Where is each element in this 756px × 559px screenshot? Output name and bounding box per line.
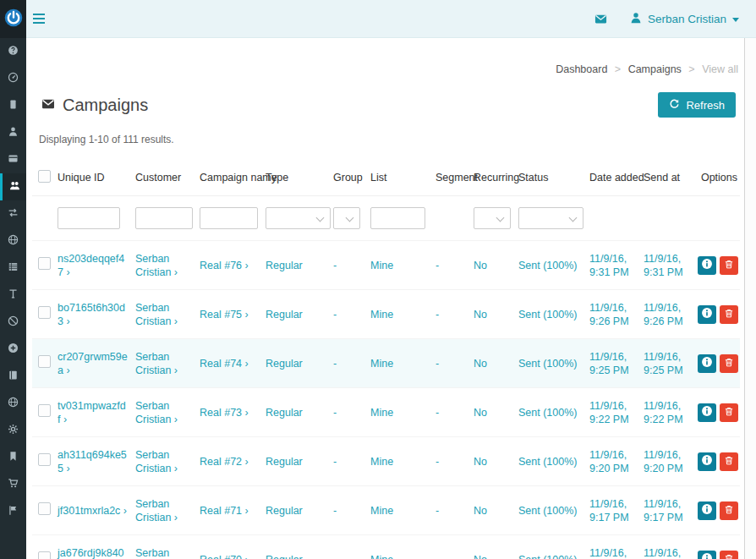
sidebar-item-bookmarks[interactable] [0, 444, 26, 471]
customers-icon [8, 125, 19, 140]
scrollbar[interactable] [744, 38, 756, 559]
list-value: Mine [370, 407, 393, 419]
sidebar-item-domains[interactable] [0, 227, 26, 255]
list-value: Mine [370, 554, 393, 559]
campaign-name-link[interactable]: Real #71 › [200, 505, 249, 517]
unique-id-link[interactable]: bo7165t6h30d3 › [58, 302, 125, 327]
delete-campaign-button[interactable] [720, 354, 738, 373]
menu-icon[interactable] [33, 8, 55, 30]
col-campaign-name: Campaign name [200, 172, 266, 184]
delete-campaign-button[interactable] [720, 452, 738, 471]
trash-icon [724, 504, 734, 518]
sidebar-item-server[interactable] [0, 92, 26, 119]
unique-id-link[interactable]: jf301tmxrla2c › [58, 505, 127, 517]
sidebar-item-lists[interactable] [0, 255, 26, 282]
customer-link[interactable]: Serban Cristian › [135, 253, 178, 278]
row-checkbox[interactable] [38, 453, 51, 466]
row-checkbox[interactable] [38, 355, 51, 368]
sidebar-item-pages[interactable] [0, 363, 26, 390]
row-checkbox[interactable] [38, 404, 51, 417]
filter-unique-id-input[interactable] [58, 207, 120, 229]
segment-value: - [436, 260, 439, 271]
delete-campaign-button[interactable] [720, 305, 738, 324]
filter-recurring-select[interactable] [474, 207, 511, 229]
delete-campaign-button[interactable] [720, 551, 738, 559]
customer-link[interactable]: Serban Cristian › [135, 449, 178, 474]
campaign-overview-button[interactable] [698, 551, 716, 559]
unique-id-link[interactable]: ah311q694ke55 › [58, 449, 127, 474]
user-menu[interactable]: Serban Cristian [630, 12, 739, 26]
breadcrumb-dashboard[interactable]: Dashboard [556, 63, 607, 75]
group-value: - [333, 505, 337, 517]
table-header-row: Unique ID Customer Campaign name Type Gr… [32, 159, 740, 196]
sidebar-item-blacklist[interactable] [0, 309, 26, 336]
campaign-name-link[interactable]: Real #74 › [200, 358, 249, 370]
sidebar-item-settings[interactable] [0, 417, 26, 444]
campaign-name-link[interactable]: Real #73 › [200, 407, 249, 419]
row-checkbox[interactable] [38, 551, 51, 559]
sidebar-item-templates[interactable] [0, 282, 26, 309]
campaign-name-link[interactable]: Real #72 › [200, 456, 249, 468]
row-checkbox[interactable] [38, 257, 51, 270]
trash-icon [724, 308, 734, 321]
campaign-overview-button[interactable] [698, 256, 716, 275]
status-value: Sent (100%) [518, 407, 577, 419]
campaign-overview-button[interactable] [698, 354, 716, 373]
table-row: ns203deqqef47 › Serban Cristian › Real #… [32, 240, 740, 289]
customer-link[interactable]: Serban Cristian › [135, 498, 178, 523]
campaign-overview-button[interactable] [698, 501, 716, 520]
campaign-name-link[interactable]: Real #76 › [200, 260, 249, 271]
server-icon [8, 98, 19, 113]
breadcrumb-view-all: View all [702, 63, 738, 75]
sidebar-item-dashboard[interactable] [0, 65, 26, 92]
recurring-value: No [474, 554, 487, 559]
date-added-value: 11/9/16, 9:17 PM [589, 498, 629, 523]
customer-link[interactable]: Serban Cristian › [135, 547, 178, 559]
filter-type-select[interactable] [266, 207, 331, 229]
sidebar-item-exchange[interactable] [0, 200, 26, 227]
sidebar-item-extend[interactable] [0, 336, 26, 363]
campaign-name-link[interactable]: Real #70 › [200, 554, 249, 559]
breadcrumb-campaigns[interactable]: Campaigns [628, 63, 682, 75]
unique-id-link[interactable]: ns203deqqef47 › [58, 253, 124, 278]
send-at-value: 11/9/16, 9:22 PM [644, 400, 683, 425]
date-added-value: 11/9/16, 9:14 PM [589, 547, 629, 559]
filter-campaign-name-input[interactable] [200, 207, 258, 229]
customer-link[interactable]: Serban Cristian › [135, 400, 178, 425]
filter-status-select[interactable] [518, 207, 583, 229]
delete-campaign-button[interactable] [720, 403, 738, 422]
sidebar-item-store[interactable] [0, 471, 26, 498]
dashboard-icon [8, 71, 19, 86]
col-send-at: Send at [644, 172, 698, 184]
sidebar-item-payments[interactable] [0, 146, 26, 173]
row-checkbox[interactable] [38, 502, 51, 515]
campaign-overview-button[interactable] [698, 305, 716, 324]
campaign-name-link[interactable]: Real #75 › [200, 309, 249, 321]
sidebar-item-customers[interactable] [0, 119, 26, 146]
filter-customer-input[interactable] [135, 207, 193, 229]
campaign-overview-button[interactable] [698, 452, 716, 471]
envelope-icon[interactable] [594, 13, 608, 25]
filter-group-select[interactable] [333, 207, 360, 229]
refresh-button[interactable]: Refresh [658, 92, 736, 118]
select-all-checkbox[interactable] [38, 170, 51, 183]
sidebar-item-groups[interactable] [0, 173, 26, 200]
customer-link[interactable]: Serban Cristian › [135, 302, 178, 327]
trash-icon [724, 357, 734, 370]
unique-id-link[interactable]: ja676rdj9k840 › [58, 547, 124, 559]
delete-campaign-button[interactable] [720, 256, 738, 275]
store-icon [8, 477, 19, 492]
col-type: Type [266, 172, 333, 184]
type-value: Regular [266, 407, 303, 419]
delete-campaign-button[interactable] [720, 501, 738, 520]
sidebar-item-misc[interactable] [0, 498, 26, 525]
unique-id-link[interactable]: cr207grwm59ea › [58, 351, 128, 376]
app-logo[interactable] [0, 0, 26, 38]
campaign-overview-button[interactable] [698, 403, 716, 422]
customer-link[interactable]: Serban Cristian › [135, 351, 178, 376]
sidebar-item-languages[interactable] [0, 390, 26, 417]
unique-id-link[interactable]: tv031mpwazfdf › [58, 400, 126, 425]
sidebar-item-help[interactable] [0, 38, 26, 65]
filter-list-input[interactable] [370, 207, 425, 229]
row-checkbox[interactable] [38, 306, 51, 319]
